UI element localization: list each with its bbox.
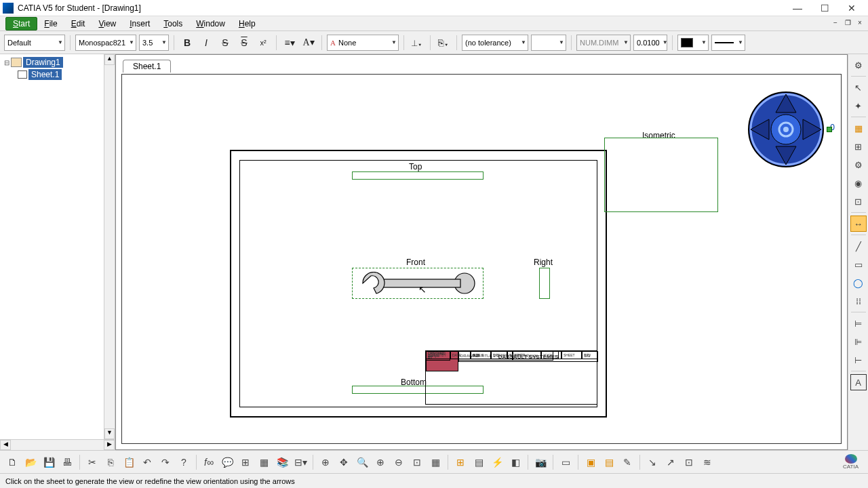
view-isometric[interactable]: [604, 138, 718, 212]
redo-button[interactable]: ↷: [157, 454, 174, 470]
compass-handle[interactable]: [827, 127, 832, 132]
zoomout-button[interactable]: ⊖: [391, 454, 407, 470]
save-button[interactable]: 💾: [41, 454, 57, 470]
tree-sheet[interactable]: Sheet.1: [3, 69, 112, 80]
bold-button[interactable]: B: [179, 35, 195, 51]
snap-button[interactable]: ⚡: [489, 454, 505, 470]
mdi-close[interactable]: ×: [854, 18, 865, 28]
select-tool[interactable]: ↖: [850, 79, 867, 96]
tolerance-value[interactable]: ▼: [531, 35, 566, 51]
menu-file[interactable]: File: [37, 18, 64, 30]
stack-dim-tool[interactable]: ⊫: [850, 333, 867, 350]
dim-style-combo[interactable]: NUM.DIMM▼: [576, 35, 631, 51]
menu-view[interactable]: View: [92, 18, 123, 30]
whatsthis-button[interactable]: ?: [176, 454, 192, 470]
scroll-up-icon[interactable]: ▲: [104, 54, 115, 65]
italic-button[interactable]: I: [198, 35, 214, 51]
chain-dim-tool[interactable]: ⊨: [850, 315, 867, 331]
insert-button[interactable]: ⎘▾: [435, 35, 452, 51]
grid-snap-button[interactable]: ⊞: [237, 454, 254, 470]
scroll-down-icon[interactable]: ▼: [104, 428, 115, 439]
justify-button[interactable]: ≡▾: [281, 35, 298, 51]
normal-button[interactable]: ⊡: [409, 454, 425, 470]
unfold-button[interactable]: ⊡: [681, 454, 697, 470]
strike-button[interactable]: S: [217, 35, 233, 51]
font-combo[interactable]: Monospac821▼: [75, 35, 136, 51]
fitall-button[interactable]: ⊕: [317, 454, 334, 470]
geometry-tool[interactable]: ✦: [850, 98, 867, 114]
frame-combo[interactable]: ANone▼: [327, 35, 399, 51]
comment-button[interactable]: 💬: [219, 454, 235, 470]
linetype-combo[interactable]: ▼: [711, 35, 745, 51]
clip-tool[interactable]: ⊡: [850, 193, 867, 209]
view1-button[interactable]: ▣: [583, 454, 599, 470]
copy-button[interactable]: ⎘: [102, 454, 119, 470]
detail-tool[interactable]: ◉: [850, 175, 867, 191]
superscript-button[interactable]: x²: [255, 35, 271, 51]
view3-button[interactable]: ✎: [619, 454, 635, 470]
mdi-restore[interactable]: ❐: [842, 18, 853, 28]
style-combo[interactable]: Default▼: [4, 35, 65, 51]
menu-window[interactable]: Window: [189, 18, 232, 30]
layer-button[interactable]: ▤: [471, 454, 487, 470]
tree-hscroll[interactable]: ◀ ▶: [0, 439, 115, 450]
close-button[interactable]: ✕: [838, 1, 865, 16]
new-button[interactable]: 🗋: [4, 454, 20, 470]
view2-button[interactable]: ▤: [601, 454, 617, 470]
rect-tool[interactable]: ▭: [850, 256, 867, 272]
mdi-minimize[interactable]: −: [830, 18, 841, 28]
view-right[interactable]: [539, 268, 550, 299]
new-view-tool[interactable]: ▦: [850, 120, 867, 136]
tolerance-combo[interactable]: (no tolerance)▼: [462, 35, 528, 51]
collapse-icon[interactable]: ⊟: [3, 59, 11, 66]
point-tool[interactable]: ⁞⁞: [850, 293, 867, 309]
open-button[interactable]: 📂: [22, 454, 39, 470]
size-combo[interactable]: 3.5▼: [139, 35, 169, 51]
undo-button[interactable]: ↶: [139, 454, 155, 470]
paste-button[interactable]: 📋: [121, 454, 137, 470]
zoomin-button[interactable]: ⊕: [372, 454, 389, 470]
tab-sheet1[interactable]: Sheet.1: [123, 60, 171, 73]
menu-edit[interactable]: Edit: [64, 18, 92, 30]
menu-help[interactable]: Help: [232, 18, 262, 30]
menu-tools[interactable]: Tools: [157, 18, 189, 30]
table-button[interactable]: ▦: [256, 454, 272, 470]
drawing-canvas[interactable]: Sheet.1 Top Front Right Bottom Isometric: [115, 54, 848, 450]
dim-value[interactable]: 0.0100▼: [633, 35, 667, 51]
zoom-button[interactable]: 🔍: [354, 454, 370, 470]
symbol-button[interactable]: ⟂▾: [409, 35, 425, 51]
multiview-button[interactable]: ▦: [427, 454, 443, 470]
section-tool[interactable]: ⚙: [850, 157, 867, 173]
render-button[interactable]: 📷: [532, 454, 549, 470]
arrow1-button[interactable]: ↘: [644, 454, 660, 470]
formula-button[interactable]: f∞: [201, 454, 217, 470]
scroll-left-icon[interactable]: ◀: [0, 440, 11, 450]
pan-button[interactable]: ✥: [336, 454, 352, 470]
grid-button[interactable]: ⊞: [452, 454, 469, 470]
catalog-button[interactable]: 📚: [274, 454, 290, 470]
view-compass[interactable]: 0: [745, 89, 827, 170]
datum-tool[interactable]: ⊢: [850, 352, 867, 368]
circle-tool[interactable]: ◯: [850, 274, 867, 291]
scroll-right-icon[interactable]: ▶: [104, 440, 115, 450]
menu-insert[interactable]: Insert: [123, 18, 157, 30]
sheet-button[interactable]: ▭: [557, 454, 574, 470]
hide-button[interactable]: ◧: [507, 454, 524, 470]
color-combo[interactable]: ▼: [677, 35, 709, 51]
projection-tool[interactable]: ⊞: [850, 138, 867, 155]
arrow2-button[interactable]: ↗: [663, 454, 679, 470]
maximize-button[interactable]: ☐: [811, 1, 838, 16]
print-button[interactable]: 🖶: [59, 454, 75, 470]
tree-root-drawing[interactable]: ⊟ Drawing1: [3, 57, 112, 68]
break-button[interactable]: ≋: [699, 454, 715, 470]
cut-button[interactable]: ✂: [84, 454, 100, 470]
image-button[interactable]: ⊟▾: [292, 454, 309, 470]
line-tool[interactable]: ╱: [850, 238, 867, 254]
minimize-button[interactable]: —: [784, 1, 811, 16]
workbench-icon[interactable]: ⚙: [850, 57, 867, 73]
menu-start[interactable]: Start: [5, 17, 37, 30]
anchor-button[interactable]: A▾: [300, 35, 317, 51]
text-tool[interactable]: A: [850, 374, 867, 390]
dimension-tool[interactable]: ↔: [850, 216, 867, 232]
view-top[interactable]: [352, 171, 484, 180]
